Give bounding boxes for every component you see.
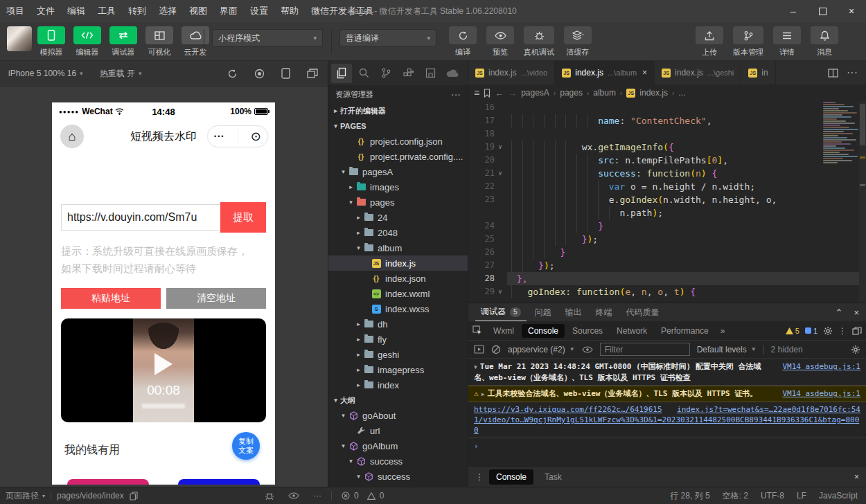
files-icon[interactable] xyxy=(331,64,352,83)
gear-icon[interactable] xyxy=(851,345,860,354)
bookmark-icon[interactable] xyxy=(484,89,491,98)
toolbar-cloud[interactable]: 云开发 xyxy=(180,26,211,57)
page-path-selector[interactable]: 页面路径 ▾ xyxy=(0,490,51,502)
toolbar-editor[interactable]: 编辑器 xyxy=(72,26,103,57)
tree-item-index-json[interactable]: {}index.json xyxy=(328,271,468,286)
status-4[interactable]: JavaScript xyxy=(819,491,858,501)
code-editor[interactable]: 1617name: "ContentCheck",1819∨ wx.getIma… xyxy=(468,101,866,303)
breadcrumb-item-1[interactable]: pages xyxy=(560,88,583,98)
gear-icon[interactable] xyxy=(823,326,833,336)
drawer-tab-task[interactable]: Task xyxy=(538,469,569,485)
device-selector[interactable]: iPhone 5 100% 16 ▾ xyxy=(8,69,83,78)
kebab-menu-icon[interactable]: ⋮ xyxy=(838,326,847,336)
tree-item-url[interactable]: url xyxy=(328,423,468,438)
tree-section-0[interactable]: ▸打开的编辑器 xyxy=(328,103,468,118)
tree-section-1[interactable]: ▾PAGES xyxy=(328,118,468,134)
multi-window-icon[interactable] xyxy=(307,69,318,78)
inspector-tab-sources[interactable]: Sources xyxy=(566,324,609,338)
exit-icon[interactable]: ⊙ xyxy=(251,130,261,143)
tree-item-goabout[interactable]: ▾goAbout xyxy=(328,408,468,423)
expand-icon[interactable]: ▶ xyxy=(481,391,485,397)
warnings-icon[interactable] xyxy=(367,492,375,500)
record-icon[interactable] xyxy=(254,69,265,79)
more-icon[interactable]: ··· xyxy=(451,89,461,100)
bug-icon[interactable] xyxy=(265,491,274,501)
mode-dropdown[interactable]: 小程序模式 ▾ xyxy=(212,29,323,47)
menu-item-1[interactable]: 文件 xyxy=(30,0,61,22)
console-filter-input[interactable] xyxy=(600,343,690,356)
list-icon[interactable]: ≡ xyxy=(474,87,479,98)
toolbar-preview[interactable]: 预览 xyxy=(486,26,514,57)
tree-item-success[interactable]: ▾success xyxy=(328,469,468,484)
scrollbar-thumb[interactable] xyxy=(860,104,865,145)
log-levels-selector[interactable]: Default levels ▼ xyxy=(697,345,757,354)
more-icon[interactable]: ··· xyxy=(313,491,321,501)
compile-dropdown[interactable]: 普通编译 ▾ xyxy=(339,29,436,47)
errors-icon[interactable] xyxy=(342,492,350,500)
context-selector[interactable]: appservice (#2) ▼ xyxy=(508,345,575,354)
menu-item-4[interactable]: 转到 xyxy=(122,0,152,22)
editor-tab-0[interactable]: JSindex.js...\video xyxy=(468,61,555,84)
tree-item-pagesa[interactable]: ▾pagesA xyxy=(328,164,468,179)
console-source-link[interactable]: VM14 asdebug.js:1 xyxy=(782,388,860,399)
tree-section-19[interactable]: ▾大纲 xyxy=(328,393,468,408)
menu-item-0[interactable]: 项目 xyxy=(0,0,30,22)
tree-item-geshi[interactable]: ▸geshi xyxy=(328,347,468,362)
kebab-menu-icon[interactable]: ⋮ xyxy=(475,472,484,482)
menu-item-8[interactable]: 设置 xyxy=(244,0,274,22)
inspector-tab-performance[interactable]: Performance xyxy=(655,324,715,338)
console-prompt[interactable]: › xyxy=(468,438,866,454)
search-icon[interactable] xyxy=(353,64,374,83)
breadcrumb-item-0[interactable]: pagesA xyxy=(521,88,549,98)
panel-tab-代码质量[interactable]: 代码质量 xyxy=(621,303,665,321)
toolbar-clear-cache[interactable]: 清缓存 xyxy=(564,26,592,57)
tree-item-album[interactable]: ▾album xyxy=(328,240,468,255)
copy-caption-button[interactable]: 复制文案 xyxy=(232,432,260,460)
breadcrumb-item-3[interactable]: index.js xyxy=(639,88,668,98)
more-icon[interactable]: ••• xyxy=(214,133,224,140)
tree-item-index-wxss[interactable]: Sindex.wxss xyxy=(328,301,468,316)
status-0[interactable]: 行 28, 列 5 xyxy=(670,490,709,502)
tree-item-project-config-json[interactable]: {}project.config.json xyxy=(328,134,468,149)
undock-icon[interactable] xyxy=(852,327,862,335)
tree-item-2048[interactable]: ▸2048 xyxy=(328,225,468,240)
editor-tab-3[interactable]: JSin xyxy=(741,61,775,84)
panel-tab-输出[interactable]: 输出 xyxy=(560,303,587,321)
toolbar-visual[interactable]: 可视化 xyxy=(144,26,175,57)
maximize-button[interactable] xyxy=(808,0,837,22)
status-2[interactable]: UTF-8 xyxy=(761,491,784,501)
tree-item-pages[interactable]: ▾pages xyxy=(328,195,468,210)
inspect-element-icon[interactable] xyxy=(472,325,483,336)
extract-button[interactable]: 提取 xyxy=(220,202,266,233)
source-control-icon[interactable] xyxy=(375,64,396,83)
close-icon[interactable]: × xyxy=(642,68,647,78)
collapse-icon[interactable]: ⌃ xyxy=(836,307,843,318)
panel-tab-终端[interactable]: 终端 xyxy=(590,303,618,321)
minimize-button[interactable]: – xyxy=(779,0,808,22)
inspector-tab-wxml[interactable]: Wxml xyxy=(487,324,520,338)
fold-icon[interactable]: ∨ xyxy=(495,167,506,180)
console-source-link[interactable]: index.js?t=wechat&s=…22ae0d1f8e7016fc:54 xyxy=(677,404,860,415)
execution-context-icon[interactable] xyxy=(474,345,484,354)
warning-count[interactable]: 5 xyxy=(786,327,799,335)
tree-item-fly[interactable]: ▸fly xyxy=(328,332,468,347)
inspector-tab-console[interactable]: Console xyxy=(522,324,565,338)
fold-icon[interactable]: ∨ xyxy=(495,285,506,298)
cloud-icon[interactable] xyxy=(442,64,463,83)
copy-icon[interactable] xyxy=(130,492,138,501)
tree-item-images[interactable]: ▸images xyxy=(328,179,468,195)
eye-icon[interactable] xyxy=(582,346,593,353)
panel-tab-调试器[interactable]: 调试器5 xyxy=(475,303,527,321)
editor-tab-1[interactable]: JSindex.js...\album× xyxy=(555,61,655,84)
close-drawer-icon[interactable]: × xyxy=(854,472,859,482)
toolbar-upload[interactable]: 上传 xyxy=(696,26,723,57)
tree-item-project-private-config----[interactable]: {}project.private.config.... xyxy=(328,149,468,164)
video-player[interactable]: 00:08 xyxy=(61,318,266,422)
tree-item-24[interactable]: ▸24 xyxy=(328,210,468,225)
toolbar-messages[interactable]: 消息 xyxy=(811,26,838,57)
back-icon[interactable]: ← xyxy=(495,88,504,98)
forward-icon[interactable]: → xyxy=(508,88,517,98)
more-tabs-icon[interactable]: » xyxy=(716,326,730,336)
copy-link-button[interactable]: 复制链接 xyxy=(178,479,260,485)
panel-tab-问题[interactable]: 问题 xyxy=(529,303,557,321)
